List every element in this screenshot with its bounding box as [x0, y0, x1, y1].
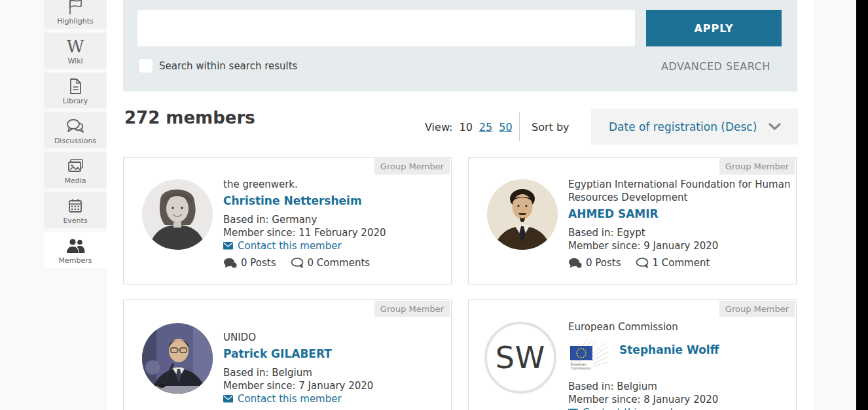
posts-stat: 0 Posts — [568, 257, 621, 269]
group-member-badge: Group Member — [719, 301, 795, 317]
chevron-down-icon — [769, 123, 781, 131]
envelope-icon — [223, 242, 233, 250]
posts-icon — [223, 258, 237, 268]
member-avatar[interactable] — [142, 323, 213, 394]
sort-dropdown[interactable]: Date of registration (Desc) — [591, 109, 798, 145]
member-based-in: Based in: Belgium — [568, 380, 791, 393]
comments-icon — [636, 258, 649, 268]
group-member-badge: Group Member — [374, 301, 450, 317]
search-within-checkbox[interactable] — [139, 59, 153, 73]
contact-member-link[interactable]: Contact this member — [568, 406, 791, 410]
member-name-link[interactable]: AHMED SAMIR — [568, 205, 659, 222]
member-org: Egyptian International Foundation for Hu… — [568, 178, 791, 204]
member-org: European Commission — [568, 320, 791, 333]
member-org: the greenwerk. — [223, 178, 446, 191]
group-member-badge: Group Member — [374, 158, 450, 175]
member-since: Member since: 8 January 2020 — [568, 393, 791, 406]
member-based-in: Based in: Egypt — [568, 226, 791, 239]
view-option-10: 10 — [459, 121, 472, 133]
members-count: 272 members — [124, 108, 255, 128]
member-since: Member since: 11 February 2020 — [223, 226, 446, 239]
speech-bubbles-icon — [65, 116, 86, 136]
advanced-search-link[interactable]: ADVANCED SEARCH — [661, 60, 769, 73]
member-based-in: Based in: Belgium — [223, 366, 446, 379]
svg-text:Commission: Commission — [571, 366, 591, 370]
photos-icon — [65, 156, 85, 176]
main-content: APPLY Search within search results ADVAN… — [107, 0, 813, 410]
member-avatar-initials[interactable]: SW — [484, 322, 556, 394]
flag-icon — [66, 0, 84, 16]
member-name-link[interactable]: Christine Nettersheim — [223, 192, 362, 209]
member-org: UNIDO — [223, 331, 446, 344]
search-panel: APPLY Search within search results ADVAN… — [123, 0, 797, 92]
member-stats: 0 Posts 1 Comment — [568, 257, 791, 269]
member-since: Member since: 7 January 2020 — [223, 379, 446, 392]
sort-value: Date of registration (Desc) — [609, 120, 757, 133]
comments-icon — [291, 258, 304, 268]
page-margin — [813, 0, 856, 410]
calendar-icon — [66, 196, 84, 216]
member-stats: 0 Posts 0 Comments — [223, 257, 446, 269]
sidebar-item-members[interactable]: Members — [44, 232, 107, 268]
member-name-link[interactable]: Patrick GILABERT — [223, 345, 332, 362]
view-label: View: — [425, 121, 452, 133]
contact-member-link[interactable]: Contact this member — [223, 239, 446, 252]
member-avatar[interactable] — [487, 179, 558, 250]
apply-button[interactable]: APPLY — [646, 10, 782, 46]
search-input[interactable] — [137, 10, 635, 46]
member-card: Group Member SW European Commission Euro… — [468, 299, 797, 410]
view-option-50[interactable]: 50 — [499, 121, 512, 133]
sidebar-item-events[interactable]: Events — [44, 192, 107, 228]
sidebar-item-discussions[interactable]: Discussions — [44, 112, 107, 148]
view-option-25[interactable]: 25 — [479, 121, 492, 133]
search-within-label: Search within search results — [159, 60, 297, 72]
sidebar-item-media[interactable]: Media — [44, 152, 107, 188]
sidebar-item-label: Events — [63, 216, 87, 225]
sidebar-item-highlights[interactable]: Highlights — [44, 0, 107, 29]
envelope-icon — [223, 395, 233, 403]
contact-member-link[interactable]: Contact this member — [223, 392, 446, 405]
divider — [519, 112, 520, 141]
member-card: Group Member Egyptian International Foun… — [468, 157, 797, 284]
member-avatar[interactable] — [142, 179, 213, 250]
sidebar-item-label: Library — [63, 97, 88, 105]
sidebar-item-wiki[interactable]: W Wiki — [44, 33, 107, 69]
comments-stat: 1 Comment — [636, 257, 710, 269]
sidebar-item-label: Members — [59, 256, 92, 265]
group-member-badge: Group Member — [719, 158, 795, 175]
member-name-link[interactable]: Stephanie Wolff — [619, 341, 719, 358]
posts-icon — [568, 258, 582, 268]
wikipedia-icon: W — [67, 37, 84, 56]
comments-stat: 0 Comments — [291, 257, 371, 269]
member-based-in: Based in: Germany — [223, 213, 446, 226]
sort-by-label: Sort by — [532, 121, 570, 133]
member-card: Group Member UNIDO Patrick GILABERT Base… — [123, 299, 452, 410]
document-icon — [67, 77, 84, 96]
sidebar-item-label: Discussions — [54, 137, 96, 145]
posts-stat: 0 Posts — [223, 257, 276, 269]
sidebar-item-label: Wiki — [67, 57, 82, 65]
people-icon — [64, 236, 86, 256]
scrollbar[interactable] — [856, 0, 868, 410]
sidebar: Highlights W Wiki Library Discussions Me… — [0, 0, 107, 410]
sidebar-item-library[interactable]: Library — [44, 73, 107, 109]
sidebar-item-label: Media — [64, 177, 86, 185]
european-commission-logo: EuropeanCommission — [568, 337, 609, 371]
view-controls: View: 10 25 50 — [425, 121, 513, 133]
sidebar-item-label: Highlights — [57, 17, 93, 26]
member-card: Group Member the greenwerk. Christine Ne… — [123, 157, 452, 284]
member-since: Member since: 9 January 2020 — [568, 239, 791, 252]
